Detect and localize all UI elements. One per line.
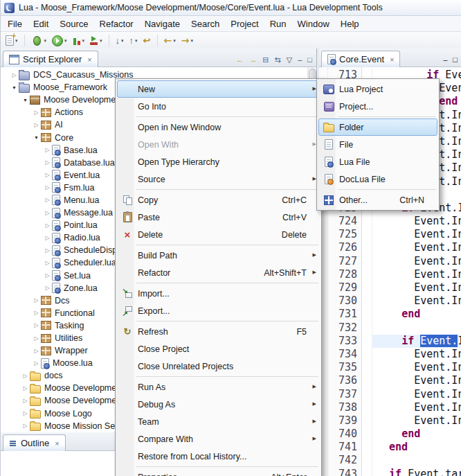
menubar-search[interactable]: Search xyxy=(186,17,225,31)
context-menu-item-debug-as[interactable]: Debug As▶ xyxy=(117,396,320,413)
dropdown-caret-icon[interactable]: ▾ xyxy=(121,38,124,44)
new-submenu-item-file[interactable]: File xyxy=(318,136,437,153)
new-submenu-item-project[interactable]: Project... xyxy=(318,98,437,115)
context-menu-item-paste[interactable]: PasteCtrl+V xyxy=(117,209,320,226)
new-submenu-item-doclua-file[interactable]: DocLua File xyxy=(318,170,437,188)
new-submenu-item-lua-file[interactable]: Lua File xyxy=(318,153,437,170)
close-icon[interactable]: × xyxy=(87,55,91,64)
back-button[interactable]: ▾ xyxy=(162,33,178,48)
new-submenu-item-folder[interactable]: Folder xyxy=(318,118,437,136)
expand-arrow-icon[interactable]: ▷ xyxy=(44,147,51,153)
dropdown-caret-icon[interactable]: ▾ xyxy=(173,38,176,44)
expand-arrow-icon[interactable]: ▷ xyxy=(21,373,29,379)
expand-arrow-icon[interactable]: ▷ xyxy=(33,109,40,116)
collapse-arrow-icon[interactable]: ▼ xyxy=(33,135,40,140)
new-submenu-item-lua-project[interactable]: Lua Project xyxy=(318,80,437,98)
context-menu-item-import[interactable]: Import... xyxy=(117,285,320,302)
expand-arrow-icon[interactable]: ▷ xyxy=(44,172,51,178)
expand-arrow-icon[interactable]: ▷ xyxy=(44,260,51,266)
context-menu-item-go-into[interactable]: Go Into xyxy=(117,98,320,115)
new-submenu-item-other[interactable]: Other...Ctrl+N xyxy=(318,191,437,209)
context-menu-item-close-project[interactable]: Close Project xyxy=(117,340,320,358)
expand-arrow-icon[interactable]: ▷ xyxy=(44,210,51,216)
menubar-edit[interactable]: Edit xyxy=(28,17,54,31)
expand-arrow-icon[interactable]: ▷ xyxy=(33,348,40,354)
expand-arrow-icon[interactable]: ▷ xyxy=(44,159,51,166)
context-menu-item-refresh[interactable]: RefreshF5 xyxy=(117,323,320,340)
menubar-file[interactable]: File xyxy=(2,17,28,31)
context-menu-item-team[interactable]: Team▶ xyxy=(117,413,320,430)
expand-arrow-icon[interactable]: ▷ xyxy=(44,222,51,229)
menubar-project[interactable]: Project xyxy=(225,17,264,31)
menubar-refactor[interactable]: Refactor xyxy=(94,17,139,31)
menubar-navigate[interactable]: Navigate xyxy=(139,17,186,31)
tab-script-explorer[interactable]: Script Explorer × xyxy=(3,51,98,67)
coverage-button[interactable]: ▾ xyxy=(71,33,87,48)
context-menu-item-new[interactable]: New▶ xyxy=(117,80,320,98)
context-menu-item-open-with[interactable]: Open With▶ xyxy=(117,136,320,153)
context-menu-item-delete[interactable]: DeleteDelete xyxy=(117,226,320,243)
maximize-icon[interactable]: □ xyxy=(307,56,312,64)
expand-arrow-icon[interactable]: ▷ xyxy=(44,235,51,241)
external-tools-button[interactable]: ▾ xyxy=(88,33,105,48)
expand-arrow-icon[interactable]: ▷ xyxy=(21,385,29,391)
debug-button[interactable]: ▾ xyxy=(29,33,49,48)
expand-arrow-icon[interactable]: ▷ xyxy=(33,322,40,328)
next-annotation-button[interactable]: ▾ xyxy=(114,33,126,48)
minimize-icon[interactable]: – xyxy=(298,56,302,64)
expand-arrow-icon[interactable]: ▷ xyxy=(21,398,29,404)
new-wizard-button[interactable]: ▾ xyxy=(3,33,20,48)
expand-arrow-icon[interactable]: ▷ xyxy=(33,360,40,367)
context-menu-item-refactor[interactable]: RefactorAlt+Shift+T▶ xyxy=(117,264,320,281)
tab-outline[interactable]: Outline × xyxy=(3,434,66,451)
expand-arrow-icon[interactable]: ▷ xyxy=(33,122,40,128)
menubar-run[interactable]: Run xyxy=(264,17,292,31)
menubar-source[interactable]: Source xyxy=(54,17,93,31)
dropdown-caret-icon[interactable]: ▾ xyxy=(100,38,102,44)
dropdown-caret-icon[interactable]: ▾ xyxy=(135,38,138,44)
context-menu-item-export[interactable]: Export... xyxy=(117,302,320,319)
context-menu-item-source[interactable]: Source▶ xyxy=(117,170,320,188)
expand-arrow-icon[interactable]: ▷ xyxy=(21,410,29,416)
collapse-all-icon[interactable]: ⊟ xyxy=(262,56,269,64)
context-menu-item-build-path[interactable]: Build Path▶ xyxy=(117,247,320,264)
menubar-help[interactable]: Help xyxy=(335,17,365,31)
expand-arrow-icon[interactable]: ▷ xyxy=(44,272,51,279)
context-menu-item-copy[interactable]: CopyCtrl+C xyxy=(117,191,320,209)
context-menu-item-open-in-new-window[interactable]: Open in New Window xyxy=(117,118,320,136)
expand-arrow-icon[interactable]: ▷ xyxy=(44,197,51,203)
menubar-window[interactable]: Window xyxy=(292,17,335,31)
close-icon[interactable]: × xyxy=(55,439,59,448)
forward-icon[interactable]: → xyxy=(249,56,257,64)
link-with-editor-icon[interactable]: ⇆ xyxy=(275,56,281,64)
dropdown-caret-icon[interactable]: ▾ xyxy=(64,38,67,44)
collapse-arrow-icon[interactable]: ▼ xyxy=(10,85,18,90)
context-menu-item-restore-from-local-history[interactable]: Restore from Local History... xyxy=(117,448,320,465)
expand-arrow-icon[interactable]: ▷ xyxy=(44,247,51,254)
expand-arrow-icon[interactable]: ▷ xyxy=(44,285,51,291)
context-menu-item-compare-with[interactable]: Compare With▶ xyxy=(117,430,320,448)
close-icon[interactable]: × xyxy=(390,55,394,64)
expand-arrow-icon[interactable]: ▷ xyxy=(44,184,51,191)
dropdown-caret-icon[interactable]: ▾ xyxy=(44,38,47,44)
context-menu-item-run-as[interactable]: Run As▶ xyxy=(117,378,320,396)
back-icon[interactable]: ← xyxy=(236,56,244,64)
previous-annotation-button[interactable]: ▾ xyxy=(127,33,140,48)
maximize-icon[interactable]: □ xyxy=(453,56,458,64)
expand-arrow-icon[interactable]: ▷ xyxy=(21,423,29,429)
last-edit-location-button[interactable] xyxy=(141,33,153,48)
context-menu-item-open-type-hierarchy[interactable]: Open Type Hierarchy xyxy=(117,153,320,170)
dropdown-caret-icon[interactable]: ▾ xyxy=(191,38,194,44)
expand-arrow-icon[interactable]: ▷ xyxy=(33,310,40,316)
run-button[interactable]: ▾ xyxy=(50,33,69,48)
forward-button[interactable]: ▾ xyxy=(179,33,195,48)
tab-core-event[interactable]: Core.Event × xyxy=(321,51,400,67)
collapse-arrow-icon[interactable]: ▼ xyxy=(21,98,29,103)
minimize-icon[interactable]: – xyxy=(443,56,447,64)
expand-arrow-icon[interactable]: ▷ xyxy=(33,297,40,303)
view-menu-icon[interactable]: ▽ xyxy=(287,56,292,64)
dropdown-caret-icon[interactable]: ▾ xyxy=(82,38,85,44)
expand-arrow-icon[interactable]: ▷ xyxy=(33,335,40,342)
context-menu-item-close-unrelated-projects[interactable]: Close Unrelated Projects xyxy=(117,358,320,375)
context-menu-item-properties[interactable]: PropertiesAlt+Enter xyxy=(117,468,320,476)
